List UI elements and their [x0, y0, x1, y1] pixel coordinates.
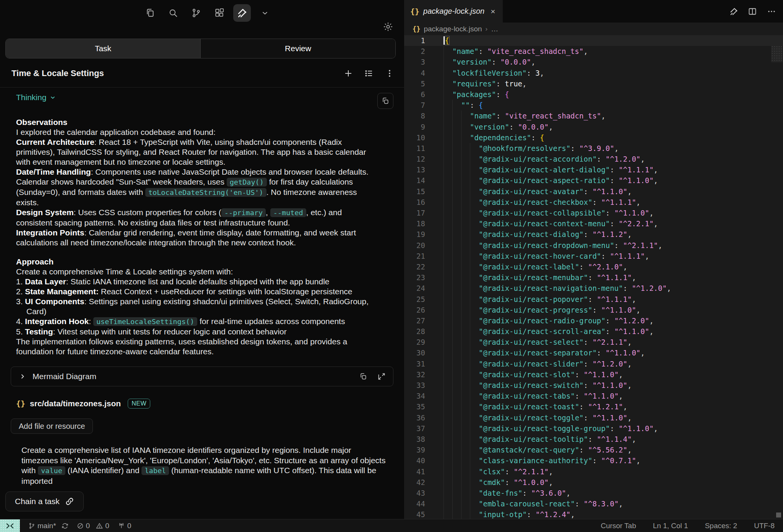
code-line[interactable]: 38"@radix-ui/react-tooltip": "^1.1.4", — [404, 434, 783, 444]
json-file-icon: {} — [413, 25, 420, 33]
code-line[interactable]: 37"@radix-ui/react-toggle-group": "^1.1.… — [404, 423, 783, 434]
prompt-text: Create a comprehensive list of IANA time… — [21, 445, 387, 486]
code-line[interactable]: 41"clsx": "^2.1.1", — [404, 466, 783, 477]
code-line[interactable]: 27"@radix-ui/react-radio-group": "^1.2.0… — [404, 315, 783, 326]
add-task-icon[interactable] — [344, 69, 353, 78]
code-line[interactable]: 11"@hookform/resolvers": "^3.9.0", — [404, 143, 783, 154]
indent-guide — [470, 326, 479, 337]
copy-icon[interactable] — [141, 4, 159, 22]
code-line[interactable]: 29"@radix-ui/react-select": "^2.1.1", — [404, 337, 783, 347]
code-line[interactable]: 1{ — [404, 35, 783, 46]
code-line[interactable]: 36"@radix-ui/react-toggle": "^1.1.0", — [404, 412, 783, 423]
code-line[interactable]: 15"@radix-ui/react-avatar": "^1.1.0", — [404, 186, 783, 197]
gear-icon[interactable] — [383, 21, 393, 32]
code-line[interactable]: 28"@radix-ui/react-scroll-area": "^1.1.0… — [404, 326, 783, 337]
code-line[interactable]: 22"@radix-ui/react-label": "^2.1.0", — [404, 261, 783, 272]
json-file-icon: {} — [410, 7, 419, 16]
chain-task-button[interactable]: Chain a task — [5, 491, 84, 511]
indent-guide — [461, 477, 470, 488]
code-line[interactable]: 18"@radix-ui/react-context-menu": "^2.2.… — [404, 218, 783, 229]
line-number: 38 — [404, 434, 425, 444]
more-actions-icon[interactable] — [767, 7, 776, 16]
code-line[interactable]: 23"@radix-ui/react-menubar": "^1.1.1", — [404, 272, 783, 283]
code-editor[interactable]: 1{2"name": "vite_react_shadcn_ts",3"vers… — [404, 35, 783, 519]
indent-guide — [461, 369, 470, 380]
code-line[interactable]: 40"class-variance-authority": "^0.7.1", — [404, 455, 783, 466]
code-line[interactable]: 7"": { — [404, 100, 783, 110]
task-list-icon[interactable] — [364, 69, 374, 78]
chevron-down-icon — [49, 94, 56, 101]
kebab-menu-icon[interactable] — [385, 69, 394, 78]
code-line[interactable]: 20"@radix-ui/react-dropdown-menu": "^2.1… — [404, 240, 783, 251]
encoding-status[interactable]: UTF-8 — [754, 522, 775, 530]
code-line[interactable]: 44"embla-carousel-react": "^8.3.0", — [404, 498, 783, 509]
file-reference[interactable]: {} src/data/timezones.json NEW — [16, 399, 393, 409]
code-line[interactable]: 19"@radix-ui/react-dialog": "^1.1.2", — [404, 229, 783, 240]
code-line[interactable]: 45"input-otp": "^1.2.4", — [404, 509, 783, 519]
copy-icon[interactable] — [359, 373, 367, 380]
code-line[interactable]: 32"@radix-ui/react-slot": "^1.1.0", — [404, 369, 783, 380]
ports-item[interactable]: 0 — [118, 522, 132, 530]
code-line[interactable]: 33"@radix-ui/react-switch": "^1.1.0", — [404, 380, 783, 391]
code-line[interactable]: 42"cmdk": "^1.0.0", — [404, 477, 783, 488]
mermaid-label: Mermaid Diagram — [32, 372, 96, 381]
code-line[interactable]: 13"@radix-ui/react-alert-dialog": "^1.1.… — [404, 164, 783, 175]
remote-indicator[interactable] — [0, 519, 20, 532]
code-line[interactable]: 39"@tanstack/react-query": "^5.56.2", — [404, 444, 783, 455]
add-file-button[interactable]: Add file or resource — [11, 418, 93, 434]
code-line[interactable]: 12"@radix-ui/react-accordion": "^1.2.0", — [404, 154, 783, 164]
tab-task[interactable]: Task — [6, 39, 200, 58]
tab-package-lock[interactable]: {} package-lock.json × — [404, 0, 503, 23]
line-number: 13 — [404, 164, 425, 175]
breadcrumb-file[interactable]: package-lock.json — [424, 25, 482, 33]
breadcrumb[interactable]: {} package-lock.json › … — [404, 23, 783, 35]
thinking-toggle[interactable]: Thinking — [16, 93, 56, 102]
git-branch-item[interactable]: main* — [28, 522, 68, 530]
line-number: 32 — [404, 369, 425, 380]
indent-guide — [461, 358, 470, 369]
code-line[interactable]: 21"@radix-ui/react-hover-card": "^1.1.1"… — [404, 251, 783, 261]
code-line[interactable]: 34"@radix-ui/react-tabs": "^1.1.0", — [404, 391, 783, 401]
problems-item[interactable]: 0 0 — [77, 522, 109, 530]
code-line[interactable]: 31"@radix-ui/react-slider": "^1.2.0", — [404, 358, 783, 369]
agent-icon[interactable] — [233, 4, 251, 22]
source-control-icon[interactable] — [187, 4, 205, 22]
cursor-position[interactable]: Ln 1, Col 1 — [653, 522, 688, 530]
code-line[interactable]: 25"@radix-ui/react-popover": "^1.1.1", — [404, 294, 783, 305]
extensions-icon[interactable] — [210, 4, 228, 22]
indent-guide — [443, 477, 452, 488]
mermaid-diagram-row[interactable]: Mermaid Diagram — [11, 367, 393, 386]
code-line[interactable]: 30"@radix-ui/react-separator": "^1.1.0", — [404, 347, 783, 358]
code-line[interactable]: 35"@radix-ui/react-toast": "^1.2.1", — [404, 401, 783, 412]
breadcrumb-more[interactable]: … — [491, 25, 498, 33]
agent-icon[interactable] — [729, 7, 738, 16]
line-number: 22 — [404, 261, 425, 272]
line-number: 6 — [404, 89, 425, 100]
code-line[interactable]: 16"@radix-ui/react-checkbox": "^1.1.1", — [404, 197, 783, 208]
indent-guide — [443, 164, 452, 175]
code-line[interactable]: 24"@radix-ui/react-navigation-menu": "^1… — [404, 283, 783, 294]
code-line[interactable]: 10"dependencies": { — [404, 132, 783, 143]
copy-thinking-button[interactable] — [377, 93, 393, 109]
expand-icon[interactable] — [378, 373, 385, 380]
code-line[interactable]: 43"date-fns": "^3.6.0", — [404, 488, 783, 498]
indent-guide — [443, 261, 452, 272]
split-editor-icon[interactable] — [748, 7, 757, 16]
close-tab-icon[interactable]: × — [491, 7, 495, 16]
indent-guide — [452, 261, 461, 272]
code-line[interactable]: 5"requires": true, — [404, 78, 783, 89]
code-line[interactable]: 26"@radix-ui/react-progress": "^1.1.0", — [404, 305, 783, 315]
search-icon[interactable] — [164, 4, 182, 22]
code-line[interactable]: 14"@radix-ui/react-aspect-ratio": "^1.1.… — [404, 175, 783, 186]
code-line[interactable]: 2"name": "vite_react_shadcn_ts", — [404, 46, 783, 57]
code-line[interactable]: 4"lockfileVersion": 3, — [404, 68, 783, 78]
code-line[interactable]: 3"version": "0.0.0", — [404, 57, 783, 67]
chevron-down-icon[interactable] — [256, 4, 274, 22]
code-line[interactable]: 17"@radix-ui/react-collapsible": "^1.1.0… — [404, 208, 783, 218]
tab-review[interactable]: Review — [200, 39, 395, 58]
cursor-tab-status[interactable]: Cursor Tab — [601, 522, 636, 530]
code-line[interactable]: 9"version": "0.0.0", — [404, 122, 783, 132]
code-line[interactable]: 6"packages": { — [404, 89, 783, 100]
indentation-status[interactable]: Spaces: 2 — [705, 522, 738, 530]
code-line[interactable]: 8"name": "vite_react_shadcn_ts", — [404, 110, 783, 121]
